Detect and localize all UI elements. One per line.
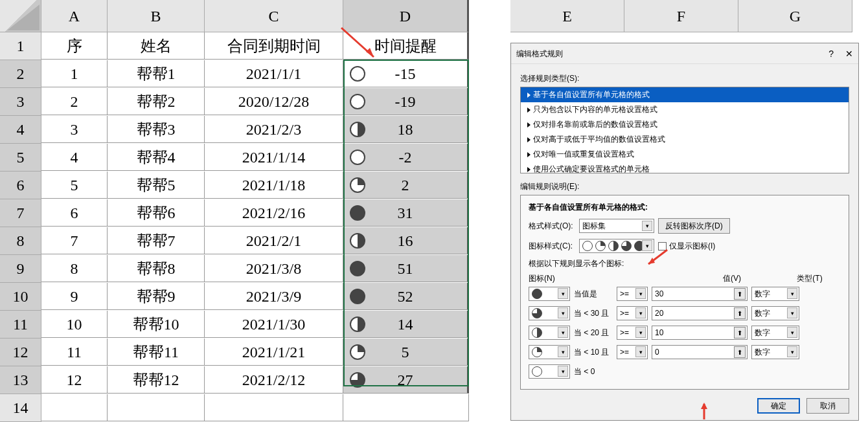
cell[interactable]: 2021/1/14: [205, 144, 343, 171]
cell[interactable]: -15: [343, 60, 469, 87]
cell[interactable]: 合同到期时间: [205, 32, 343, 60]
cell[interactable]: 2021/2/3: [205, 116, 343, 143]
cell[interactable]: [205, 394, 343, 421]
show-icon-only-checkbox[interactable]: 仅显示图标(I): [658, 241, 715, 252]
cell[interactable]: 27: [343, 366, 469, 394]
reverse-icon-order-button[interactable]: 反转图标次序(D): [658, 218, 730, 234]
col-header-B[interactable]: B: [108, 0, 205, 32]
cell[interactable]: 帮帮12: [108, 366, 205, 394]
cell[interactable]: 帮帮2: [108, 88, 205, 115]
icon-picker[interactable]: ▾: [529, 306, 570, 320]
cell[interactable]: 帮帮4: [108, 144, 205, 171]
col-header-C[interactable]: C: [205, 0, 343, 32]
cell[interactable]: 时间提醒: [343, 32, 469, 60]
cell[interactable]: 52: [343, 283, 469, 310]
row-header[interactable]: 4: [0, 116, 41, 144]
cell[interactable]: 51: [343, 255, 469, 282]
row-header[interactable]: 13: [0, 366, 41, 394]
cancel-button[interactable]: 取消: [806, 398, 849, 414]
rule-type-item[interactable]: 使用公式确定要设置格式的单元格: [521, 162, 849, 173]
rule-type-item[interactable]: 仅对唯一值或重复值设置格式: [521, 147, 849, 162]
cell[interactable]: 12: [41, 366, 108, 394]
icon-style-combo[interactable]: ▾: [579, 239, 654, 253]
row-header[interactable]: 14: [0, 394, 41, 422]
operator-combo[interactable]: >=▾: [617, 326, 648, 340]
cell[interactable]: 2020/12/28: [205, 88, 343, 115]
cell[interactable]: 2: [41, 88, 108, 115]
cell[interactable]: [108, 394, 205, 421]
cell[interactable]: 2: [343, 172, 469, 199]
cell[interactable]: 2021/1/1: [205, 60, 343, 87]
range-picker-icon[interactable]: ⬆: [734, 307, 746, 319]
cell[interactable]: 3: [41, 116, 108, 143]
rule-type-item[interactable]: 基于各自值设置所有单元格的格式: [521, 87, 849, 102]
col-header-E[interactable]: E: [510, 0, 624, 32]
help-icon[interactable]: ?: [828, 43, 834, 64]
cell[interactable]: 帮帮6: [108, 199, 205, 227]
row-header[interactable]: 12: [0, 339, 41, 366]
row-header[interactable]: 1: [0, 32, 41, 60]
row-header[interactable]: 7: [0, 199, 41, 227]
cell[interactable]: 2021/2/12: [205, 366, 343, 394]
select-all-corner[interactable]: [0, 0, 41, 32]
icon-picker[interactable]: ▾: [529, 364, 570, 379]
value-input[interactable]: 0⬆: [652, 345, 748, 359]
cell[interactable]: 5: [343, 339, 469, 366]
cell[interactable]: 9: [41, 283, 108, 310]
rule-type-item[interactable]: 仅对排名靠前或靠后的数值设置格式: [521, 117, 849, 132]
cell[interactable]: 帮帮10: [108, 311, 205, 338]
row-header[interactable]: 11: [0, 311, 41, 339]
cell[interactable]: 10: [41, 311, 108, 338]
cell[interactable]: 6: [41, 199, 108, 227]
cell[interactable]: 5: [41, 172, 108, 199]
cell[interactable]: 帮帮11: [108, 339, 205, 366]
value-input[interactable]: 30⬆: [652, 287, 748, 301]
cell[interactable]: 帮帮7: [108, 227, 205, 254]
cell[interactable]: 31: [343, 199, 469, 227]
cell[interactable]: 帮帮8: [108, 255, 205, 282]
operator-combo[interactable]: >=▾: [617, 287, 648, 301]
value-input[interactable]: 10⬆: [652, 326, 748, 340]
cell[interactable]: 2021/2/16: [205, 199, 343, 227]
col-header-A[interactable]: A: [41, 0, 108, 32]
row-header[interactable]: 2: [0, 60, 41, 88]
cell[interactable]: 2021/1/21: [205, 339, 343, 366]
row-header[interactable]: 3: [0, 88, 41, 116]
col-header-G[interactable]: G: [738, 0, 852, 32]
col-header-F[interactable]: F: [624, 0, 738, 32]
rule-type-item[interactable]: 只为包含以下内容的单元格设置格式: [521, 102, 849, 117]
type-combo[interactable]: 数字▾: [751, 326, 799, 340]
row-header[interactable]: 8: [0, 227, 41, 255]
icon-picker[interactable]: ▾: [529, 287, 570, 301]
row-header[interactable]: 9: [0, 255, 41, 283]
cell[interactable]: 14: [343, 311, 469, 338]
row-header[interactable]: 5: [0, 144, 41, 172]
cell[interactable]: 18: [343, 116, 469, 143]
cell[interactable]: 7: [41, 227, 108, 254]
col-header-D[interactable]: D: [343, 0, 469, 32]
rule-type-list[interactable]: 基于各自值设置所有单元格的格式只为包含以下内容的单元格设置格式仅对排名靠前或靠后…: [520, 87, 849, 173]
cell[interactable]: 2021/1/18: [205, 172, 343, 199]
row-header[interactable]: 10: [0, 283, 41, 311]
icon-picker[interactable]: ▾: [529, 345, 570, 359]
rule-type-item[interactable]: 仅对高于或低于平均值的数值设置格式: [521, 132, 849, 147]
cell[interactable]: 2021/3/9: [205, 283, 343, 310]
ok-button[interactable]: 确定: [757, 398, 800, 414]
cell[interactable]: 姓名: [108, 32, 205, 60]
cell[interactable]: 4: [41, 144, 108, 171]
cell[interactable]: 11: [41, 339, 108, 366]
icon-picker[interactable]: ▾: [529, 326, 570, 340]
cell[interactable]: -2: [343, 144, 469, 171]
cell[interactable]: [343, 394, 469, 421]
close-icon[interactable]: ✕: [845, 43, 853, 64]
type-combo[interactable]: 数字▾: [751, 306, 799, 320]
row-header[interactable]: 6: [0, 172, 41, 199]
cell[interactable]: 1: [41, 60, 108, 87]
range-picker-icon[interactable]: ⬆: [734, 327, 746, 339]
cell[interactable]: [41, 394, 108, 421]
cell[interactable]: 8: [41, 255, 108, 282]
range-picker-icon[interactable]: ⬆: [734, 288, 746, 300]
cell[interactable]: 帮帮3: [108, 116, 205, 143]
cell[interactable]: 帮帮1: [108, 60, 205, 87]
operator-combo[interactable]: >=▾: [617, 306, 648, 320]
